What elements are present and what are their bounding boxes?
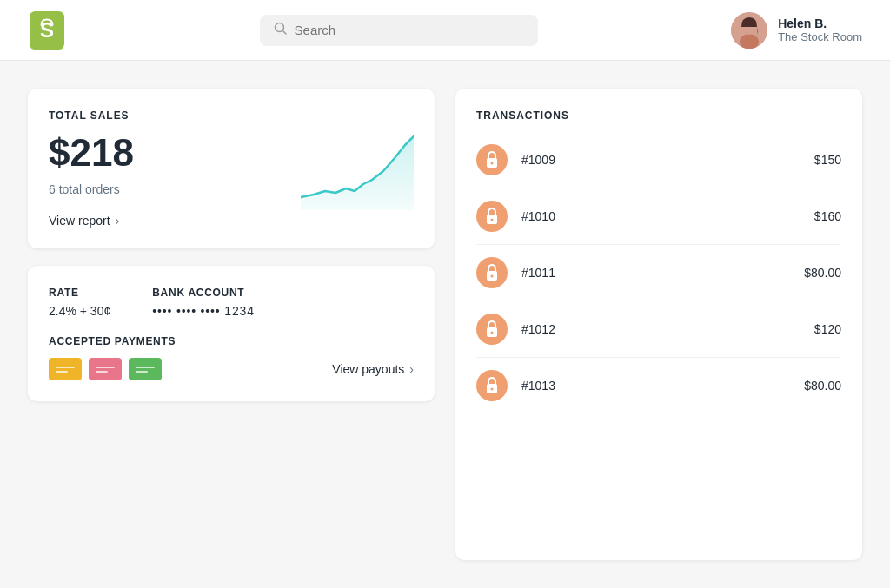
transaction-item[interactable]: #1012 $120 bbox=[476, 301, 841, 358]
transaction-id: #1009 bbox=[521, 153, 814, 167]
search-bar[interactable] bbox=[260, 15, 538, 46]
sales-card-title: TOTAL SALES bbox=[49, 109, 414, 122]
svg-point-7 bbox=[491, 162, 494, 165]
user-info: Helen B. The Stock Room bbox=[778, 17, 862, 43]
svg-point-13 bbox=[491, 332, 494, 334]
svg-point-11 bbox=[491, 275, 494, 278]
transaction-amount: $120 bbox=[814, 322, 841, 336]
sales-chart bbox=[301, 132, 414, 210]
svg-point-9 bbox=[491, 219, 494, 221]
search-area bbox=[66, 15, 731, 46]
payment-cards bbox=[49, 358, 162, 380]
transaction-amount: $160 bbox=[814, 209, 841, 223]
accepted-payments-title: ACCEPTED PAYMENTS bbox=[49, 335, 414, 347]
right-column: TRANSACTIONS #1009 $150 #1010 bbox=[455, 89, 862, 560]
transaction-item[interactable]: #1009 $150 bbox=[476, 132, 841, 188]
search-input[interactable] bbox=[295, 23, 524, 37]
sales-body: $218 6 total orders View report › bbox=[49, 132, 414, 228]
rate-block: RATE 2.4% + 30¢ bbox=[49, 287, 110, 318]
view-payouts-label: View payouts bbox=[332, 362, 404, 376]
lock-icon bbox=[476, 370, 508, 401]
transactions-title: TRANSACTIONS bbox=[476, 109, 841, 122]
avatar bbox=[731, 12, 767, 49]
lock-icon bbox=[476, 257, 508, 288]
transaction-amount: $80.00 bbox=[804, 266, 841, 280]
rate-bank-row: RATE 2.4% + 30¢ BANK ACCOUNT •••• •••• •… bbox=[49, 287, 414, 318]
transactions-card: TRANSACTIONS #1009 $150 #1010 bbox=[455, 89, 862, 560]
search-icon bbox=[274, 22, 288, 39]
user-area: Helen B. The Stock Room bbox=[731, 12, 862, 49]
transaction-list: #1009 $150 #1010 $160 #1011 $8 bbox=[476, 132, 841, 413]
sales-amount: $218 bbox=[49, 132, 134, 174]
chevron-right-icon: › bbox=[409, 362, 414, 376]
bank-block: BANK ACCOUNT •••• •••• •••• 1234 bbox=[152, 287, 255, 318]
view-payouts-link[interactable]: View payouts › bbox=[332, 362, 414, 376]
app-wrapper: S bbox=[0, 0, 890, 588]
sales-orders: 6 total orders bbox=[49, 182, 134, 196]
bank-value: •••• •••• •••• 1234 bbox=[152, 304, 255, 318]
transaction-id: #1012 bbox=[521, 322, 814, 336]
payment-card-mastercard bbox=[89, 358, 122, 380]
chevron-right-icon: › bbox=[116, 214, 120, 228]
logo-area: S bbox=[28, 11, 66, 50]
header: S bbox=[0, 0, 890, 61]
svg-point-15 bbox=[491, 388, 494, 391]
bank-label: BANK ACCOUNT bbox=[152, 287, 255, 299]
shopify-logo-icon: S bbox=[28, 11, 66, 50]
transaction-item[interactable]: #1011 $80.00 bbox=[476, 245, 841, 301]
transaction-item[interactable]: #1013 $80.00 bbox=[476, 358, 841, 413]
transaction-amount: $80.00 bbox=[804, 379, 841, 393]
payment-card-amex bbox=[129, 358, 162, 380]
lock-icon bbox=[476, 201, 508, 232]
left-column: TOTAL SALES $218 6 total orders View rep… bbox=[28, 89, 435, 560]
view-report-label: View report bbox=[49, 214, 110, 228]
rate-value: 2.4% + 30¢ bbox=[49, 304, 110, 318]
rate-card: RATE 2.4% + 30¢ BANK ACCOUNT •••• •••• •… bbox=[28, 266, 435, 401]
lock-icon bbox=[476, 314, 508, 345]
transaction-id: #1011 bbox=[521, 266, 804, 280]
transaction-id: #1010 bbox=[521, 209, 814, 223]
sales-card: TOTAL SALES $218 6 total orders View rep… bbox=[28, 89, 435, 248]
payments-row: View payouts › bbox=[49, 358, 414, 380]
user-name: Helen B. bbox=[778, 17, 862, 30]
rate-label: RATE bbox=[49, 287, 110, 299]
view-report-link[interactable]: View report › bbox=[49, 214, 134, 228]
payment-card-visa bbox=[49, 358, 82, 380]
sales-left: $218 6 total orders View report › bbox=[49, 132, 134, 228]
transaction-item[interactable]: #1010 $160 bbox=[476, 188, 841, 245]
lock-icon bbox=[476, 144, 508, 175]
transaction-id: #1013 bbox=[521, 379, 804, 393]
main-content: TOTAL SALES $218 6 total orders View rep… bbox=[0, 61, 890, 588]
transaction-amount: $150 bbox=[814, 153, 841, 167]
user-store: The Stock Room bbox=[778, 30, 862, 43]
